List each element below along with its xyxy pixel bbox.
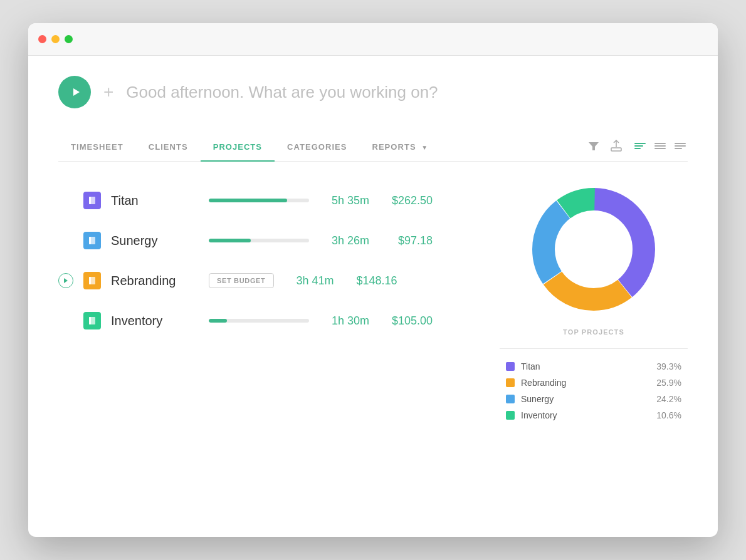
add-button[interactable]: + — [103, 83, 113, 101]
view-toggle — [633, 141, 688, 151]
legend-name-rebranding: Rebranding — [521, 378, 650, 388]
chart-title: TOP PROJECTS — [563, 328, 624, 336]
project-icon-rebranding — [83, 272, 101, 289]
book-icon — [88, 196, 97, 205]
project-amount-inventory: $105.00 — [379, 314, 433, 328]
close-button[interactable] — [38, 35, 46, 43]
svg-marker-4 — [64, 198, 68, 203]
legend-pct-sunergy: 24.2% — [656, 394, 681, 404]
project-time-inventory: 1h 30m — [319, 314, 369, 328]
project-name-inventory: Inventory — [111, 314, 199, 328]
tab-projects[interactable]: PROJECTS — [201, 133, 275, 162]
progress-bar-sunergy — [209, 239, 309, 242]
export-button[interactable] — [610, 139, 623, 153]
navigation-row: TIMESHEET CLIENTS PROJECTS CATEGORIES RE… — [58, 133, 688, 162]
list-item: Titan 39.3% — [506, 361, 681, 371]
svg-rect-12 — [89, 277, 91, 284]
legend-pct-titan: 39.3% — [656, 361, 681, 371]
list-item: Sunergy 24.2% — [506, 394, 681, 404]
svg-marker-1 — [589, 142, 599, 150]
tab-categories[interactable]: CATEGORIES — [275, 133, 359, 162]
maximize-button[interactable] — [65, 35, 73, 43]
svg-rect-2 — [611, 148, 621, 151]
svg-marker-7 — [64, 238, 68, 243]
progress-bar-inventory — [209, 319, 309, 323]
project-amount-rebranding: $148.16 — [344, 274, 397, 288]
list-item: Rebranding 25.9% — [506, 378, 681, 388]
project-time-sunergy: 3h 26m — [319, 234, 369, 247]
project-icon-inventory — [83, 312, 101, 329]
legend-name-inventory: Inventory — [521, 410, 650, 420]
tab-timesheet[interactable]: TIMESHEET — [58, 133, 136, 162]
legend-pct-rebranding: 25.9% — [656, 378, 681, 388]
app-window: + Good afternoon. What are you working o… — [28, 23, 718, 537]
project-name-rebranding: Rebranding — [111, 274, 199, 288]
projects-list: Titan 5h 35m $262.50 — [58, 180, 475, 420]
svg-marker-13 — [64, 318, 68, 323]
projects-main: Titan 5h 35m $262.50 — [58, 180, 688, 420]
detailed-view-button[interactable] — [673, 141, 688, 151]
table-row: Sunergy 3h 26m $97.18 — [58, 220, 475, 261]
nav-tabs: TIMESHEET CLIENTS PROJECTS CATEGORIES RE… — [58, 133, 587, 161]
legend-dot-inventory — [506, 411, 515, 420]
nav-actions — [587, 139, 688, 155]
set-budget-button[interactable]: SET BUDGET — [209, 273, 274, 288]
project-name-titan: Titan — [111, 194, 199, 208]
table-row: Rebranding SET BUDGET 3h 41m $148.16 — [58, 261, 475, 301]
legend-dot-titan — [506, 362, 515, 371]
svg-rect-9 — [89, 237, 91, 244]
list-view-button[interactable] — [653, 141, 668, 151]
legend-pct-inventory: 10.6% — [656, 410, 681, 420]
play-icon — [70, 86, 81, 98]
legend-name-titan: Titan — [521, 361, 650, 371]
project-amount-titan: $262.50 — [379, 194, 433, 207]
titlebar — [28, 23, 718, 56]
chart-divider — [500, 348, 688, 349]
tab-reports[interactable]: REPORTS ▼ — [359, 133, 441, 162]
legend-name-sunergy: Sunergy — [521, 394, 650, 404]
donut-chart — [525, 180, 663, 318]
svg-rect-15 — [89, 317, 91, 324]
chart-legend: Titan 39.3% Rebranding 25.9% Sunergy 24.… — [500, 361, 688, 420]
project-name-sunergy: Sunergy — [111, 234, 199, 248]
main-content-area: + Good afternoon. What are you working o… — [28, 56, 718, 537]
list-item: Inventory 10.6% — [506, 410, 681, 420]
donut-chart-svg — [525, 180, 663, 318]
minimize-button[interactable] — [51, 35, 60, 43]
greeting-text: Good afternoon. What are you working on? — [126, 83, 438, 102]
compact-view-button[interactable] — [633, 141, 648, 151]
start-timer-button[interactable] — [58, 76, 91, 108]
svg-rect-6 — [89, 197, 91, 204]
header-row: + Good afternoon. What are you working o… — [58, 76, 688, 108]
legend-dot-rebranding — [506, 378, 515, 387]
filter-button[interactable] — [587, 140, 600, 152]
book-icon — [88, 276, 97, 285]
project-time-rebranding: 3h 41m — [284, 274, 334, 288]
project-icon-sunergy — [83, 232, 101, 249]
book-icon — [88, 316, 97, 325]
project-time-titan: 5h 35m — [319, 194, 369, 207]
project-amount-sunergy: $97.18 — [379, 234, 433, 247]
export-icon — [610, 139, 623, 153]
project-icon-titan — [83, 192, 101, 209]
legend-dot-sunergy — [506, 395, 515, 403]
row-play-button[interactable] — [58, 273, 73, 288]
chart-section: TOP PROJECTS Titan 39.3% Rebranding 25.9… — [500, 180, 688, 420]
tab-clients[interactable]: CLIENTS — [136, 133, 201, 162]
table-row: Titan 5h 35m $262.50 — [58, 180, 475, 220]
table-row: Inventory 1h 30m $105.00 — [58, 301, 475, 341]
book-icon — [88, 236, 97, 245]
filter-icon — [587, 140, 600, 152]
svg-marker-0 — [73, 88, 80, 96]
svg-marker-10 — [64, 278, 68, 283]
reports-caret-icon: ▼ — [421, 144, 428, 151]
progress-bar-titan — [209, 199, 309, 202]
